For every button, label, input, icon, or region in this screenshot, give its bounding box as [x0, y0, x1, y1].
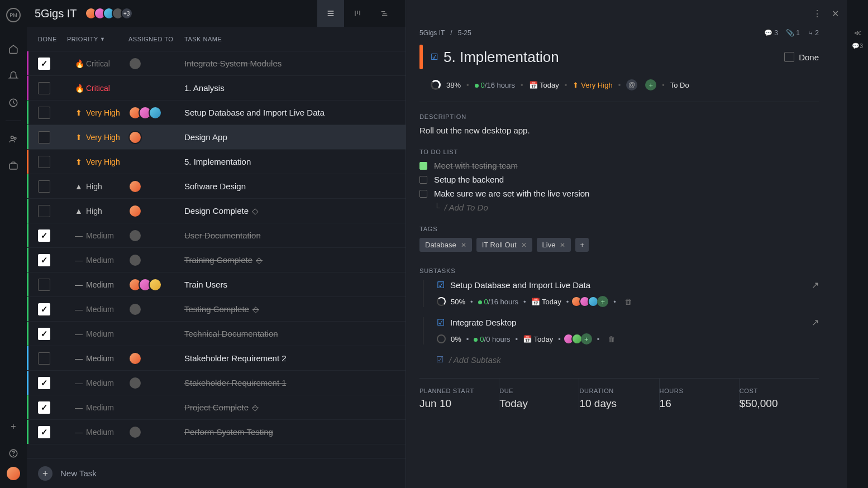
help-icon[interactable]: [8, 448, 19, 459]
task-name[interactable]: Software Design: [184, 181, 406, 191]
app-logo[interactable]: PM: [6, 8, 21, 22]
task-name[interactable]: Design App: [184, 132, 406, 142]
add-tag-button[interactable]: +: [575, 238, 589, 252]
subtask-title[interactable]: Setup Database and Import Live Data: [450, 280, 812, 290]
done-checkbox[interactable]: [38, 377, 50, 389]
task-name[interactable]: User Documentation: [184, 231, 406, 240]
assignees-cell[interactable]: [128, 425, 184, 439]
todo-item[interactable]: Setup the backend: [419, 175, 819, 184]
done-checkbox[interactable]: [38, 303, 50, 315]
breadcrumb-task[interactable]: 5-25: [458, 29, 471, 37]
assignees-cell[interactable]: [128, 131, 184, 144]
add-todo[interactable]: └/ Add To Do: [434, 203, 819, 212]
priority-cell[interactable]: —Medium: [67, 403, 128, 412]
home-icon[interactable]: [8, 44, 19, 55]
collapse-icon[interactable]: ≪: [854, 29, 861, 37]
task-row[interactable]: ▲High Design Complete◇: [27, 199, 406, 223]
priority-cell[interactable]: —Medium: [67, 329, 128, 338]
task-row[interactable]: —Medium Project Complete◇: [27, 395, 406, 420]
subtask-title[interactable]: Integrate Desktop: [450, 318, 812, 327]
assignees-cell[interactable]: [128, 352, 184, 365]
notifications-icon[interactable]: [8, 70, 19, 82]
subtasks-count[interactable]: ⤷ 2: [808, 29, 819, 37]
breadcrumb-project[interactable]: 5Gigs IT: [419, 29, 445, 37]
list-view-button[interactable]: [317, 0, 344, 27]
gutter-comments[interactable]: 💬3: [852, 42, 863, 50]
priority-cell[interactable]: —Medium: [67, 231, 128, 240]
todo-item[interactable]: Meet with testing team: [419, 161, 819, 170]
assignee-placeholder-icon[interactable]: @: [626, 79, 637, 90]
description-text[interactable]: Roll out the new desktop app.: [419, 126, 819, 135]
user-avatar[interactable]: [7, 467, 20, 480]
comments-count[interactable]: 💬 3: [764, 29, 778, 37]
assignees-cell[interactable]: [128, 57, 184, 70]
task-row[interactable]: —Medium Testing Complete◇: [27, 297, 406, 322]
priority-cell[interactable]: ▲High: [67, 207, 128, 216]
add-assignee-button[interactable]: +: [645, 79, 656, 90]
tag[interactable]: Live✕: [537, 238, 571, 252]
priority-cell[interactable]: —Medium: [67, 354, 128, 363]
remove-tag-icon[interactable]: ✕: [521, 241, 527, 249]
task-name[interactable]: Train Users: [184, 280, 406, 289]
task-name[interactable]: 5. Implementation: [184, 157, 406, 166]
remove-tag-icon[interactable]: ✕: [560, 241, 565, 249]
task-name[interactable]: Project Complete◇: [184, 403, 406, 413]
task-row[interactable]: —Medium Stakeholder Requirement 1: [27, 371, 406, 395]
task-name[interactable]: Design Complete◇: [184, 206, 406, 216]
done-checkbox[interactable]: [38, 82, 50, 94]
assignees-cell[interactable]: [128, 303, 184, 316]
assignees-cell[interactable]: [128, 253, 184, 267]
done-checkbox[interactable]: [38, 426, 50, 438]
stat-cost[interactable]: COST$50,000: [740, 379, 819, 410]
delete-subtask-icon[interactable]: 🗑: [624, 298, 632, 306]
subtask[interactable]: ☑︎ Integrate Desktop ↗ 0% • 0/0 hours • …: [423, 317, 819, 345]
task-row[interactable]: ⬆Very High Design App: [27, 125, 406, 150]
priority-cell[interactable]: ▲High: [67, 182, 128, 191]
task-name[interactable]: Setup Database and Import Live Data: [184, 108, 406, 117]
task-row[interactable]: —Medium Stakeholder Requirement 2: [27, 346, 406, 371]
task-row[interactable]: ▲High Software Design: [27, 174, 406, 199]
priority-cell[interactable]: —Medium: [67, 305, 128, 314]
task-row[interactable]: —Medium Perform System Testing: [27, 420, 406, 444]
project-members[interactable]: +3: [85, 7, 133, 20]
task-name[interactable]: Testing Complete◇: [184, 304, 406, 314]
new-task-row[interactable]: + New Task: [27, 458, 406, 488]
priority-cell[interactable]: 🔥Critical: [67, 84, 128, 93]
stat-planned-start[interactable]: PLANNED STARTJun 10: [419, 379, 499, 410]
gantt-view-button[interactable]: [371, 0, 398, 27]
done-checkbox[interactable]: [38, 328, 50, 340]
task-row[interactable]: ⬆Very High Setup Database and Import Liv…: [27, 101, 406, 125]
board-view-button[interactable]: [344, 0, 371, 27]
task-row[interactable]: —Medium Train Users: [27, 272, 406, 297]
task-list[interactable]: 🔥Critical Integrate System Modules 🔥Crit…: [27, 51, 406, 458]
priority-cell[interactable]: —Medium: [67, 428, 128, 437]
tag[interactable]: Database✕: [419, 238, 472, 252]
task-name[interactable]: Stakeholder Requirement 1: [184, 378, 406, 387]
priority-cell[interactable]: 🔥Critical: [67, 59, 128, 68]
done-checkbox[interactable]: [38, 58, 50, 70]
done-checkbox[interactable]: [38, 156, 50, 168]
task-name[interactable]: Integrate System Modules: [184, 59, 406, 68]
priority-cell[interactable]: —Medium: [67, 256, 128, 265]
task-name[interactable]: Technical Documentation: [184, 329, 406, 338]
subtask[interactable]: ☑︎ Setup Database and Import Live Data ↗…: [423, 280, 819, 307]
more-members[interactable]: +3: [121, 7, 133, 20]
priority-cell[interactable]: ⬆Very High: [67, 157, 128, 166]
status[interactable]: To Do: [670, 81, 689, 89]
add-task-icon[interactable]: +: [38, 466, 53, 481]
task-row[interactable]: ⬆Very High 5. Implementation: [27, 150, 406, 174]
task-row[interactable]: —Medium Training Complete◇: [27, 248, 406, 272]
hours[interactable]: 0/16 hours: [475, 81, 515, 89]
assignees-cell[interactable]: [128, 180, 184, 193]
assignees-cell[interactable]: [128, 278, 184, 291]
assignees-cell[interactable]: [128, 229, 184, 242]
more-options-icon[interactable]: ⋮: [813, 8, 822, 19]
done-checkbox[interactable]: [38, 131, 50, 143]
tag[interactable]: IT Roll Out✕: [476, 238, 532, 252]
due-date[interactable]: 📅 Today: [529, 81, 559, 89]
task-name[interactable]: 1. Analysis: [184, 83, 406, 93]
done-checkbox[interactable]: [38, 279, 50, 291]
done-checkbox[interactable]: [38, 107, 50, 119]
column-name[interactable]: TASK NAME: [184, 36, 406, 42]
task-row[interactable]: 🔥Critical 1. Analysis: [27, 76, 406, 101]
